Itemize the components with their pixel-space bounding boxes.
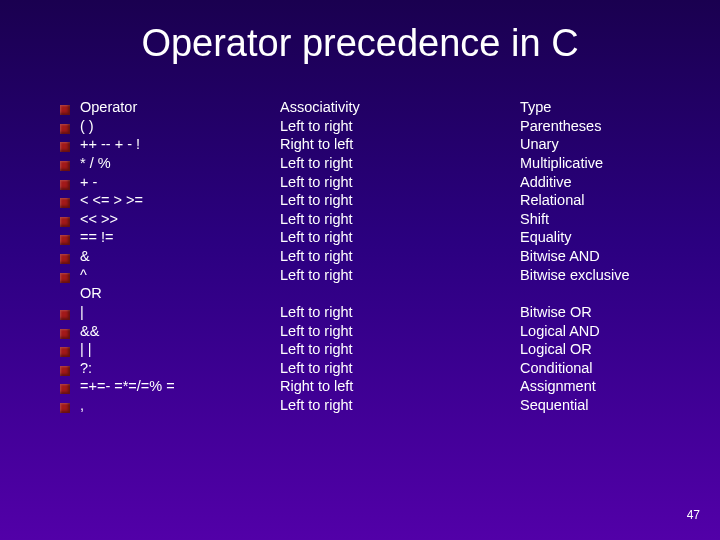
cell-associativity: Left to right [280,396,520,414]
bullet-icon [60,254,70,264]
cell-operator: ( ) [80,117,280,135]
table-row: OR [60,284,690,302]
bullet-icon [60,403,70,413]
cell-operator: ?: [80,359,280,377]
cell-operator: | | [80,340,280,358]
table-row: |Left to rightBitwise OR [60,303,690,321]
cell-operator: << >> [80,210,280,228]
cell-operator: * / % [80,154,280,172]
bullet-icon [60,142,70,152]
cell-type: Bitwise AND [520,247,690,265]
cell-operator: && [80,322,280,340]
rows-container: ( )Left to rightParentheses++ -- + - !Ri… [60,117,690,415]
table-row: < <= > >=Left to rightRelational [60,191,690,209]
cell-associativity [280,284,520,302]
table-row: + -Left to rightAdditive [60,173,690,191]
cell-type: Additive [520,173,690,191]
cell-type: Logical OR [520,340,690,358]
cell-type: Unary [520,135,690,153]
cell-type: Logical AND [520,322,690,340]
cell-operator: + - [80,173,280,191]
table-row: ?:Left to rightConditional [60,359,690,377]
cell-operator: | [80,303,280,321]
cell-type: Relational [520,191,690,209]
table-row: ,Left to rightSequential [60,396,690,414]
cell-associativity: Left to right [280,266,520,284]
table-row: * / %Left to rightMultiplicative [60,154,690,172]
table-row: =+=- =*=/=% =Right to leftAssignment [60,377,690,395]
cell-associativity: Left to right [280,228,520,246]
table-row: == !=Left to rightEquality [60,228,690,246]
cell-type: Assignment [520,377,690,395]
cell-associativity: Left to right [280,322,520,340]
bullet-icon [60,347,70,357]
bullet-icon [60,180,70,190]
bullet-icon [60,217,70,227]
cell-operator: ^ [80,266,280,284]
table-row: ( )Left to rightParentheses [60,117,690,135]
cell-type: Sequential [520,396,690,414]
cell-type: Multiplicative [520,154,690,172]
bullet-icon [60,161,70,171]
bullet-icon [60,366,70,376]
header-operator: Operator [80,98,280,116]
cell-operator: == != [80,228,280,246]
cell-type: Bitwise exclusive [520,266,690,284]
table-row: ^Left to rightBitwise exclusive [60,266,690,284]
cell-associativity: Left to right [280,359,520,377]
bullet-icon [60,124,70,134]
cell-type: Parentheses [520,117,690,135]
cell-type: Bitwise OR [520,303,690,321]
cell-operator: , [80,396,280,414]
cell-type: Conditional [520,359,690,377]
cell-operator: OR [80,284,280,302]
bullet-icon [60,273,70,283]
cell-associativity: Left to right [280,117,520,135]
cell-operator: =+=- =*=/=% = [80,377,280,395]
slide-title: Operator precedence in C [0,22,720,65]
table-row: &Left to rightBitwise AND [60,247,690,265]
header-row: Operator Associativity Type [60,98,690,116]
table-row: &&Left to rightLogical AND [60,322,690,340]
bullet-icon [60,310,70,320]
cell-associativity: Left to right [280,191,520,209]
cell-operator: & [80,247,280,265]
cell-associativity: Left to right [280,247,520,265]
bullet-icon [60,384,70,394]
content-area: Operator Associativity Type ( )Left to r… [60,98,690,415]
bullet-icon [60,105,70,115]
slide: Operator precedence in C Operator Associ… [0,0,720,540]
cell-operator: ++ -- + - ! [80,135,280,153]
table-row: ++ -- + - !Right to leftUnary [60,135,690,153]
page-number: 47 [687,508,700,522]
cell-operator: < <= > >= [80,191,280,209]
bullet-icon [60,198,70,208]
cell-associativity: Left to right [280,210,520,228]
header-associativity: Associativity [280,98,520,116]
cell-associativity: Right to left [280,135,520,153]
cell-type: Shift [520,210,690,228]
cell-type [520,284,690,302]
header-type: Type [520,98,690,116]
table-row: | |Left to rightLogical OR [60,340,690,358]
cell-associativity: Left to right [280,303,520,321]
bullet-icon [60,235,70,245]
cell-associativity: Left to right [280,173,520,191]
cell-associativity: Right to left [280,377,520,395]
bullet-icon [60,329,70,339]
cell-associativity: Left to right [280,154,520,172]
cell-type: Equality [520,228,690,246]
cell-associativity: Left to right [280,340,520,358]
table-row: << >>Left to rightShift [60,210,690,228]
